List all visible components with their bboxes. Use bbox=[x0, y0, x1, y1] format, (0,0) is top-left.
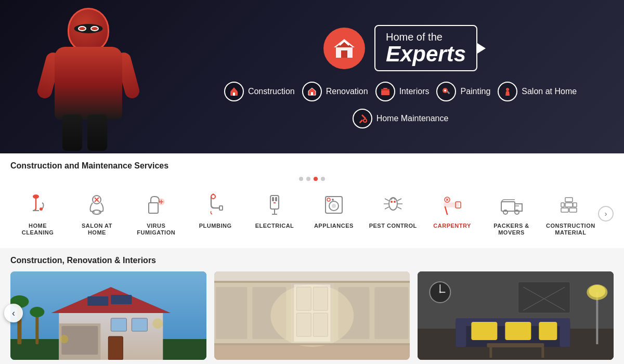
dot-3[interactable] bbox=[314, 177, 318, 181]
svg-rect-99 bbox=[539, 322, 557, 340]
painting-icon bbox=[436, 82, 456, 101]
house-card-image bbox=[10, 271, 206, 360]
svg-rect-96 bbox=[560, 321, 570, 347]
construction-material-label: CONSTRUCTION MATERIAL bbox=[545, 223, 596, 236]
renovation-label: Renovation bbox=[326, 87, 368, 96]
hero-service-painting[interactable]: Painting bbox=[436, 82, 490, 101]
home-cleaning-label: HOME CLEANING bbox=[12, 223, 63, 236]
char-body bbox=[55, 47, 122, 120]
svg-rect-7 bbox=[381, 90, 389, 95]
svg-rect-22 bbox=[219, 206, 223, 210]
dot-2[interactable] bbox=[306, 177, 310, 181]
svg-rect-5 bbox=[233, 93, 235, 96]
carousel-next-arrow[interactable]: › bbox=[598, 206, 614, 222]
interiors-icon bbox=[375, 82, 395, 101]
hero-service-maintenance[interactable]: Home Maintenance bbox=[353, 109, 449, 128]
svg-rect-97 bbox=[472, 322, 498, 340]
hero-service-construction[interactable]: Construction bbox=[224, 82, 295, 101]
hero-logo-area: Home of the Experts bbox=[323, 25, 477, 71]
svg-point-12 bbox=[444, 89, 446, 92]
dot-4[interactable] bbox=[321, 177, 325, 181]
plumbing-icon bbox=[202, 191, 229, 218]
painting-label: Painting bbox=[460, 87, 490, 96]
svg-rect-25 bbox=[272, 197, 274, 201]
construction-label: Construction bbox=[248, 87, 295, 96]
svg-rect-41 bbox=[561, 208, 568, 212]
char-eye-left bbox=[78, 26, 86, 31]
pest-control-label: PEST CONTROL bbox=[369, 223, 417, 229]
char-leg-left bbox=[62, 114, 82, 151]
plumbing-label: PLUMBING bbox=[199, 223, 232, 229]
svg-rect-75 bbox=[216, 287, 247, 339]
service-card-electrical[interactable]: ELECTRICAL bbox=[248, 187, 302, 240]
svg-rect-26 bbox=[275, 197, 277, 201]
salon-label: Salon at Home bbox=[522, 87, 577, 96]
service-card-pest-control[interactable]: PEST CONTROL bbox=[366, 187, 420, 240]
construction-section-title: Construction, Renovation & Interiors bbox=[10, 256, 614, 265]
service-card-carpentry[interactable]: CARPENTRY bbox=[425, 187, 479, 240]
svg-marker-4 bbox=[230, 87, 238, 92]
svg-rect-79 bbox=[374, 287, 408, 339]
svg-rect-82 bbox=[214, 343, 410, 345]
service-card-packers-movers[interactable]: PACKERS & MOVERS bbox=[484, 187, 539, 240]
services-section-title: Construction and Maintenance Services bbox=[10, 161, 614, 171]
svg-rect-103 bbox=[487, 343, 544, 347]
services-row: HOME CLEANING SALON AT HOME bbox=[10, 187, 614, 240]
construction-card-interior[interactable] bbox=[214, 271, 410, 360]
packers-movers-icon bbox=[498, 191, 525, 218]
svg-point-34 bbox=[394, 201, 396, 203]
hero-service-salon[interactable]: Salon at Home bbox=[498, 82, 577, 101]
interiors-label: Interiors bbox=[399, 87, 430, 96]
construction-icon bbox=[224, 82, 244, 101]
svg-rect-105 bbox=[542, 347, 544, 358]
svg-point-92 bbox=[589, 285, 606, 297]
arrow-right-icon: › bbox=[605, 210, 607, 218]
dot-1[interactable] bbox=[299, 177, 303, 181]
character-figure bbox=[31, 8, 146, 153]
char-leg-right bbox=[87, 114, 107, 151]
hero-services-grid: Construction Renovation bbox=[218, 82, 582, 128]
svg-rect-43 bbox=[565, 203, 573, 207]
char-legs bbox=[62, 114, 114, 151]
svg-rect-8 bbox=[381, 89, 389, 90]
appliances-icon bbox=[320, 191, 347, 218]
carousel-dots bbox=[10, 177, 614, 181]
salon-at-home-label: SALON AT HOME bbox=[72, 223, 122, 236]
svg-point-29 bbox=[332, 204, 336, 208]
services-section: Construction and Maintenance Services bbox=[0, 153, 624, 248]
svg-rect-14 bbox=[359, 119, 363, 123]
svg-rect-9 bbox=[383, 88, 387, 89]
service-card-salon-at-home[interactable]: SALON AT HOME bbox=[70, 187, 124, 240]
hero-section: Home of the Experts Construction bbox=[0, 0, 624, 153]
service-card-plumbing[interactable]: PLUMBING bbox=[188, 187, 243, 240]
brand-tagline-experts: Experts bbox=[386, 43, 466, 65]
service-card-appliances[interactable]: APPLIANCES bbox=[306, 187, 361, 240]
service-card-home-cleaning[interactable]: HOME CLEANING bbox=[10, 187, 65, 240]
home-cleaning-icon bbox=[24, 191, 51, 218]
carpentry-icon bbox=[439, 191, 466, 218]
svg-rect-2 bbox=[341, 50, 347, 58]
virus-fumigation-label: VIRUS FUMIGATION bbox=[131, 223, 181, 236]
svg-rect-46 bbox=[573, 203, 577, 207]
construction-card-house[interactable] bbox=[10, 271, 206, 360]
brand-logo-icon bbox=[323, 28, 365, 69]
left-arrow-icon: ‹ bbox=[12, 308, 15, 319]
svg-rect-104 bbox=[490, 347, 492, 358]
salon-at-home-icon bbox=[83, 191, 110, 218]
svg-point-30 bbox=[327, 198, 330, 201]
construction-cards bbox=[10, 271, 614, 360]
nav-left-arrow[interactable]: ‹ bbox=[4, 304, 23, 322]
hero-service-interiors[interactable]: Interiors bbox=[375, 82, 430, 101]
room-card-image bbox=[418, 271, 614, 360]
svg-rect-45 bbox=[565, 198, 573, 202]
service-card-virus-fumigation[interactable]: VIRUS FUMIGATION bbox=[129, 187, 184, 240]
construction-card-room[interactable] bbox=[418, 271, 614, 360]
hero-service-renovation[interactable]: Renovation bbox=[302, 82, 368, 101]
renovation-icon bbox=[302, 82, 322, 101]
service-card-construction-material[interactable]: CONSTRUCTION MATERIAL bbox=[543, 187, 598, 240]
svg-point-80 bbox=[270, 284, 354, 347]
services-grid: HOME CLEANING SALON AT HOME bbox=[10, 187, 598, 240]
char-head bbox=[68, 8, 109, 52]
salon-icon bbox=[498, 82, 517, 101]
brand-tagline-block: Home of the Experts bbox=[374, 25, 477, 71]
